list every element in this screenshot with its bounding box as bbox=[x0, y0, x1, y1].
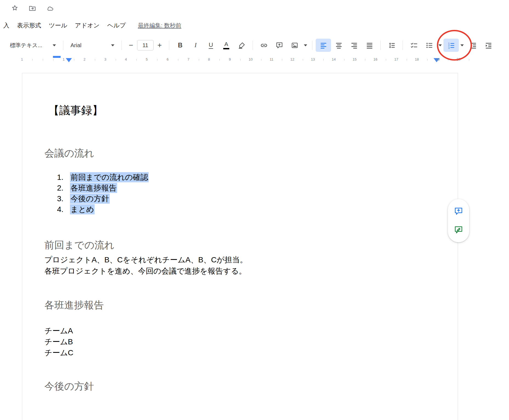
text-color-icon: A bbox=[223, 41, 229, 49]
list-item: 2.各班進捗報告 bbox=[57, 183, 149, 193]
ruler-tick bbox=[43, 59, 43, 61]
insert-image-button[interactable] bbox=[287, 39, 302, 52]
highlight-color-button[interactable] bbox=[234, 39, 249, 52]
ruler-mark: 18 bbox=[415, 57, 419, 61]
ruler-mark: 8 bbox=[208, 57, 210, 61]
chevron-down-icon bbox=[439, 44, 442, 46]
suggest-edits-side-button[interactable] bbox=[452, 223, 465, 237]
bullet-list-icon bbox=[426, 42, 433, 49]
ruler-tick bbox=[74, 59, 74, 61]
ruler-tick bbox=[116, 59, 116, 61]
image-options-dropdown[interactable] bbox=[302, 39, 309, 52]
underline-button[interactable]: U bbox=[203, 39, 219, 52]
add-comment-side-button[interactable] bbox=[452, 205, 465, 218]
suggest-edit-icon bbox=[454, 225, 463, 235]
ruler-tick bbox=[282, 59, 282, 61]
ruler-mark: 13 bbox=[311, 57, 315, 61]
ruler-mark: 17 bbox=[394, 57, 398, 61]
heading-progress: 各班進捗報告 bbox=[44, 299, 104, 312]
menu-item-help[interactable]: ヘルプ bbox=[107, 21, 126, 30]
numbered-list-options-dropdown[interactable] bbox=[459, 39, 465, 52]
menu-item-format[interactable]: 表示形式 bbox=[17, 21, 41, 30]
line-spacing-icon bbox=[388, 42, 395, 49]
selected-text: 各班進捗報告 bbox=[70, 183, 117, 193]
ruler-mark: 9 bbox=[229, 57, 231, 61]
paragraph-style-dropdown[interactable]: 標準テキス... bbox=[6, 39, 60, 51]
decrease-indent-button[interactable] bbox=[465, 39, 481, 52]
last-edit-link[interactable]: 最終編集: 数秒前 bbox=[138, 22, 182, 29]
ruler-tick bbox=[199, 59, 199, 61]
menu-item-tools[interactable]: ツール bbox=[49, 21, 67, 30]
toolbar-separator bbox=[63, 41, 63, 50]
underline-icon: U bbox=[209, 42, 213, 49]
cloud-status-icon[interactable] bbox=[46, 4, 54, 13]
ruler-tick bbox=[427, 59, 428, 61]
ruler-mark: 20 bbox=[457, 57, 460, 61]
ruler-tick bbox=[53, 59, 53, 61]
checklist-button[interactable] bbox=[406, 39, 422, 52]
ruler-tick bbox=[157, 59, 157, 61]
numbered-list-button[interactable]: 123 bbox=[443, 39, 459, 52]
italic-icon: I bbox=[194, 42, 197, 49]
align-center-button[interactable] bbox=[331, 39, 346, 52]
ruler-tick bbox=[240, 59, 241, 61]
ruler-mark: 4 bbox=[125, 57, 127, 61]
align-left-button[interactable] bbox=[316, 39, 331, 52]
align-right-button[interactable] bbox=[346, 39, 362, 52]
toolbar-separator bbox=[312, 41, 312, 50]
align-center-icon bbox=[335, 42, 343, 49]
menu-item-addons[interactable]: アドオン bbox=[75, 21, 100, 30]
ruler-tick bbox=[261, 59, 261, 61]
toolbar-separator bbox=[169, 41, 169, 50]
team-line: チームA bbox=[44, 325, 73, 336]
quick-actions-bar bbox=[10, 4, 54, 13]
font-size-decrease-button[interactable]: − bbox=[125, 39, 137, 52]
ruler-mark: 7 bbox=[187, 57, 189, 61]
left-indent-marker[interactable] bbox=[66, 58, 72, 62]
bullet-list-options-dropdown[interactable] bbox=[437, 39, 443, 52]
star-icon[interactable] bbox=[10, 4, 19, 13]
font-size-input[interactable]: 11 bbox=[137, 40, 154, 50]
ruler[interactable]: 11234567891011121314151617181920 bbox=[0, 56, 509, 64]
ruler-tick bbox=[448, 59, 448, 61]
font-size-increase-button[interactable]: + bbox=[154, 39, 166, 52]
bullet-list-button[interactable] bbox=[422, 39, 437, 52]
text-color-button[interactable]: A bbox=[219, 39, 234, 52]
bold-button[interactable]: B bbox=[173, 39, 188, 52]
ruler-mark: 19 bbox=[436, 57, 440, 61]
team-line: チームC bbox=[44, 347, 73, 358]
heading-agenda: 会議の流れ bbox=[44, 147, 94, 160]
ruler-tick bbox=[136, 59, 137, 61]
menu-item-insert-cutoff[interactable]: 入 bbox=[3, 21, 9, 30]
first-line-indent-marker[interactable] bbox=[53, 56, 61, 58]
ruler-tick bbox=[178, 59, 178, 61]
ruler-mark: 11 bbox=[270, 57, 273, 61]
font-dropdown[interactable]: Arial bbox=[67, 39, 118, 51]
increase-indent-button[interactable] bbox=[481, 39, 496, 52]
line-spacing-button[interactable] bbox=[384, 39, 399, 52]
align-justify-icon bbox=[366, 42, 373, 49]
ruler-mark: 12 bbox=[290, 57, 294, 61]
align-right-icon bbox=[350, 42, 358, 49]
ruler-tick bbox=[219, 59, 220, 61]
increase-indent-icon bbox=[485, 42, 492, 49]
font-label: Arial bbox=[70, 42, 81, 49]
list-item: 4.まとめ bbox=[57, 204, 149, 215]
document-page[interactable]: 【議事録】 会議の流れ 1.前回までの流れの確認 2.各班進捗報告 3.今後の方… bbox=[22, 73, 458, 420]
link-icon bbox=[260, 42, 268, 49]
highlighter-icon bbox=[238, 42, 245, 49]
move-folder-icon[interactable] bbox=[28, 4, 37, 13]
align-justify-button[interactable] bbox=[362, 39, 377, 52]
insert-link-button[interactable] bbox=[256, 39, 272, 52]
ruler-mark: 1 bbox=[21, 57, 23, 61]
ruler-tick bbox=[32, 59, 33, 61]
add-comment-button[interactable] bbox=[272, 39, 287, 52]
ruler-tick bbox=[469, 59, 469, 61]
paragraph-style-label: 標準テキス... bbox=[10, 42, 42, 49]
toolbar-separator bbox=[253, 41, 253, 50]
team-line: チームB bbox=[44, 336, 73, 347]
ruler-tick bbox=[323, 59, 324, 61]
italic-button[interactable]: I bbox=[188, 39, 203, 52]
ruler-mark: 5 bbox=[146, 57, 148, 61]
ruler-tick bbox=[386, 59, 386, 61]
